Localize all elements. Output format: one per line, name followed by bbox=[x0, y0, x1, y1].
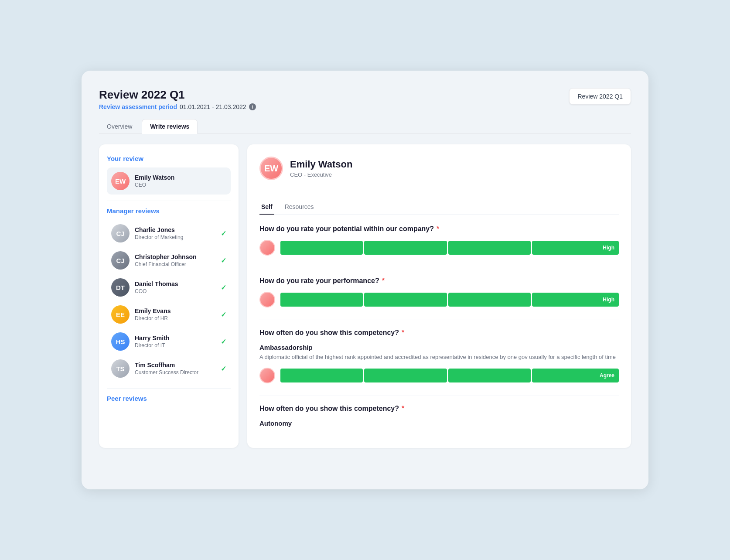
review-tab-self[interactable]: Self bbox=[259, 200, 274, 215]
avatar-harry: HS bbox=[111, 332, 130, 351]
period-date: 01.01.2021 - 21.03.2022 bbox=[180, 103, 246, 110]
sidebar-item-christopher[interactable]: CJ Christopher Johnson Chief Financial O… bbox=[107, 247, 231, 274]
rating-segment-1c[interactable] bbox=[448, 241, 531, 255]
emily-evans-name: Emily Evans bbox=[135, 307, 171, 314]
tab-write-reviews[interactable]: Write reviews bbox=[142, 119, 198, 134]
rating-segment-2d[interactable]: High bbox=[532, 293, 619, 307]
question-4-title: How often do you show this competency? * bbox=[259, 405, 619, 413]
header: Review 2022 Q1 Review assessment period … bbox=[99, 88, 631, 110]
main-panel: EW Emily Watson CEO - Executive Self Res… bbox=[247, 144, 631, 448]
peer-reviews-label: Peer reviews bbox=[107, 395, 231, 402]
rating-bar-2[interactable]: High bbox=[280, 293, 619, 307]
divider-2 bbox=[259, 320, 619, 320]
harry-info: Harry Smith Director of IT bbox=[135, 335, 169, 348]
rating-segment-3b[interactable] bbox=[364, 369, 447, 382]
tim-role: Customer Success Director bbox=[135, 369, 198, 376]
main-content: Your review EW Emily Watson CEO Manager … bbox=[99, 144, 631, 448]
charlie-check: ✓ bbox=[221, 229, 226, 238]
period: Review assessment period 01.01.2021 - 21… bbox=[99, 103, 256, 110]
sidebar-item-daniel[interactable]: DT Daniel Thomas COO ✓ bbox=[107, 274, 231, 301]
reviewee-role: CEO - Executive bbox=[290, 171, 352, 178]
divider-1 bbox=[259, 268, 619, 268]
charlie-role: Director of Marketing bbox=[135, 234, 183, 240]
rating-segment-2c[interactable] bbox=[448, 293, 531, 307]
rating-bar-3[interactable]: Agree bbox=[280, 369, 619, 382]
review-tabs: Self Resources bbox=[259, 200, 619, 215]
tim-check: ✓ bbox=[221, 365, 226, 373]
christopher-check: ✓ bbox=[221, 256, 226, 265]
christopher-info: Christopher Johnson Chief Financial Offi… bbox=[135, 253, 197, 267]
rating-segment-1d[interactable]: High bbox=[532, 241, 619, 255]
tim-info: Tim Scoffham Customer Success Director bbox=[135, 362, 198, 376]
emily-evans-info: Emily Evans Director of HR bbox=[135, 307, 171, 321]
charlie-info: Charlie Jones Director of Marketing bbox=[135, 226, 183, 240]
rating-segment-3d[interactable]: Agree bbox=[532, 369, 619, 382]
reviewee-name: Emily Watson bbox=[290, 159, 352, 170]
rating-avatar-1 bbox=[259, 240, 275, 256]
question-1: How do you rate your potential within ou… bbox=[259, 225, 619, 256]
reviewee-header: EW Emily Watson CEO - Executive bbox=[259, 157, 619, 189]
rating-avatar-2 bbox=[259, 292, 275, 307]
header-left: Review 2022 Q1 Review assessment period … bbox=[99, 88, 256, 110]
info-icon[interactable]: i bbox=[249, 103, 256, 110]
avatar-daniel: DT bbox=[111, 278, 130, 297]
question-3-title: How often do you show this competency? * bbox=[259, 329, 619, 337]
main-tabs: Overview Write reviews bbox=[99, 119, 631, 134]
review-tab-resources[interactable]: Resources bbox=[283, 200, 316, 215]
tim-name: Tim Scoffham bbox=[135, 362, 198, 369]
rating-segment-1a[interactable] bbox=[280, 241, 363, 255]
avatar-tim: TS bbox=[111, 359, 130, 378]
sidebar-item-emily-evans[interactable]: EE Emily Evans Director of HR ✓ bbox=[107, 301, 231, 328]
required-star-1: * bbox=[437, 225, 439, 233]
daniel-role: COO bbox=[135, 288, 178, 294]
sidebar-item-harry[interactable]: HS Harry Smith Director of IT ✓ bbox=[107, 328, 231, 355]
breadcrumb: Review 2022 Q1 bbox=[569, 88, 631, 105]
avatar-charlie: CJ bbox=[111, 224, 130, 242]
sidebar-divider-1 bbox=[107, 201, 231, 201]
page-title: Review 2022 Q1 bbox=[99, 88, 256, 102]
question-2: How do you rate your performance? * High bbox=[259, 277, 619, 307]
competency-desc-1: A diplomatic official of the highest ran… bbox=[259, 353, 619, 362]
emily-evans-role: Director of HR bbox=[135, 315, 171, 321]
harry-check: ✓ bbox=[221, 338, 226, 346]
rating-segment-3c[interactable] bbox=[448, 369, 531, 382]
question-1-title: How do you rate your potential within ou… bbox=[259, 225, 619, 233]
emily-evans-check: ✓ bbox=[221, 311, 226, 319]
question-4: How often do you show this competency? *… bbox=[259, 405, 619, 427]
sidebar-item-your-review[interactable]: EW Emily Watson CEO bbox=[107, 167, 231, 195]
reviewee-info: Emily Watson CEO - Executive bbox=[290, 159, 352, 178]
rating-segment-1b[interactable] bbox=[364, 241, 447, 255]
christopher-role: Chief Financial Officer bbox=[135, 261, 197, 267]
avatar-emily-evans: EE bbox=[111, 305, 130, 324]
divider-3 bbox=[259, 396, 619, 396]
daniel-name: Daniel Thomas bbox=[135, 280, 178, 287]
rating-segment-2b[interactable] bbox=[364, 293, 447, 307]
rating-row-2: High bbox=[259, 292, 619, 307]
christopher-name: Christopher Johnson bbox=[135, 253, 197, 260]
harry-name: Harry Smith bbox=[135, 335, 169, 341]
rating-bar-1[interactable]: High bbox=[280, 241, 619, 255]
sidebar: Your review EW Emily Watson CEO Manager … bbox=[99, 144, 239, 448]
your-review-person-info: Emily Watson CEO bbox=[135, 174, 174, 188]
your-review-name: Emily Watson bbox=[135, 174, 174, 181]
question-3: How often do you show this competency? *… bbox=[259, 329, 619, 383]
avatar-emily-watson: EW bbox=[111, 172, 130, 190]
your-review-role: CEO bbox=[135, 182, 174, 188]
your-review-label: Your review bbox=[107, 155, 231, 162]
tab-overview[interactable]: Overview bbox=[99, 119, 140, 133]
sidebar-item-charlie[interactable]: CJ Charlie Jones Director of Marketing ✓ bbox=[107, 220, 231, 247]
competency-title-1: Ambassadorship bbox=[259, 344, 619, 351]
rating-row-1: High bbox=[259, 240, 619, 256]
sidebar-item-tim[interactable]: TS Tim Scoffham Customer Success Directo… bbox=[107, 355, 231, 382]
avatar-christopher: CJ bbox=[111, 251, 130, 270]
rating-segment-2a[interactable] bbox=[280, 293, 363, 307]
rating-row-3: Agree bbox=[259, 368, 619, 383]
daniel-check: ✓ bbox=[221, 283, 226, 292]
reviewee-avatar: EW bbox=[259, 157, 283, 180]
rating-segment-3a[interactable] bbox=[280, 369, 363, 382]
required-star-2: * bbox=[382, 277, 385, 285]
question-2-title: How do you rate your performance? * bbox=[259, 277, 619, 285]
rating-avatar-3 bbox=[259, 368, 275, 383]
charlie-name: Charlie Jones bbox=[135, 226, 183, 233]
competency-title-2: Autonomy bbox=[259, 420, 619, 427]
